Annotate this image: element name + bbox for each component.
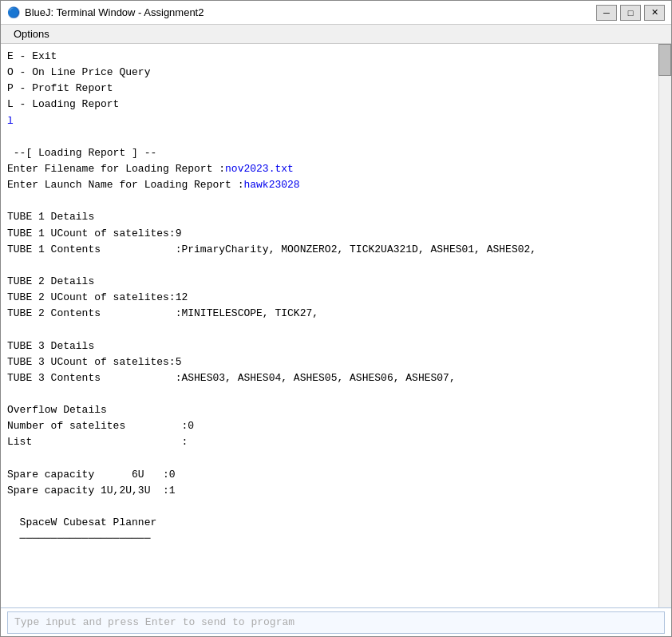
line-exit: E - Exit bbox=[7, 50, 57, 62]
line-tube2-ucount: TUBE 2 UCount of satelites:12 bbox=[7, 291, 188, 303]
line-tube2-contents: TUBE 2 Contents :MINITELESCOPE, TICK27, bbox=[7, 307, 318, 319]
line-loading: L - Loading Report bbox=[7, 98, 119, 110]
line-tube3-ucount: TUBE 3 UCount of satelites:5 bbox=[7, 356, 181, 368]
terminal-input-bar bbox=[1, 607, 671, 636]
app-icon: 🔵 bbox=[7, 6, 20, 19]
line-tube1-contents: TUBE 1 Contents :PrimaryCharity, MOONZER… bbox=[7, 243, 536, 255]
line-spare-1u2u3u: Spare capacity 1U,2U,3U :1 bbox=[7, 485, 176, 497]
menu-bar: Options bbox=[1, 25, 671, 44]
line-dashes: ───────────────────── bbox=[7, 532, 150, 544]
title-bar-left: 🔵 BlueJ: Terminal Window - Assignment2 bbox=[7, 6, 204, 19]
line-online: O - On Line Price Query bbox=[7, 66, 150, 78]
line-spacew: SpaceW Cubesat Planner bbox=[7, 516, 156, 528]
line-spare-6u: Spare capacity 6U :0 bbox=[7, 469, 176, 481]
main-window: 🔵 BlueJ: Terminal Window - Assignment2 ─… bbox=[0, 0, 672, 637]
close-button[interactable]: ✕ bbox=[644, 5, 665, 21]
window-title: BlueJ: Terminal Window - Assignment2 bbox=[25, 6, 204, 18]
line-loading-header: --[ Loading Report ] -- bbox=[7, 147, 156, 159]
line-list: List : bbox=[7, 436, 188, 448]
window-controls: ─ □ ✕ bbox=[596, 5, 665, 21]
minimize-button[interactable]: ─ bbox=[596, 5, 617, 21]
terminal-area: E - Exit O - On Line Price Query P - Pro… bbox=[1, 44, 671, 607]
line-tube1-ucount: TUBE 1 UCount of satelites:9 bbox=[7, 228, 181, 239]
line-launchname: Enter Launch Name for Loading Report :ha… bbox=[7, 179, 300, 191]
options-menu[interactable]: Options bbox=[7, 26, 56, 42]
terminal-input-field[interactable] bbox=[7, 611, 665, 634]
scrollbar-thumb[interactable] bbox=[658, 44, 671, 76]
terminal-output: E - Exit O - On Line Price Query P - Pro… bbox=[1, 44, 671, 607]
maximize-button[interactable]: □ bbox=[620, 5, 641, 21]
line-input-l: l bbox=[7, 115, 14, 127]
scrollbar-track[interactable] bbox=[658, 44, 671, 607]
line-filename: Enter Filename for Loading Report :nov20… bbox=[7, 163, 294, 175]
line-profit: P - Profit Report bbox=[7, 82, 113, 94]
line-num-satelites: Number of satelites :0 bbox=[7, 420, 194, 432]
title-bar: 🔵 BlueJ: Terminal Window - Assignment2 ─… bbox=[1, 1, 671, 25]
line-tube2-details: TUBE 2 Details bbox=[7, 275, 94, 287]
line-overflow-details: Overflow Details bbox=[7, 404, 107, 416]
line-tube3-details: TUBE 3 Details bbox=[7, 340, 94, 352]
line-tube3-contents: TUBE 3 Contents :ASHES03, ASHES04, ASHES… bbox=[7, 372, 456, 384]
line-tube1-details: TUBE 1 Details bbox=[7, 211, 94, 223]
